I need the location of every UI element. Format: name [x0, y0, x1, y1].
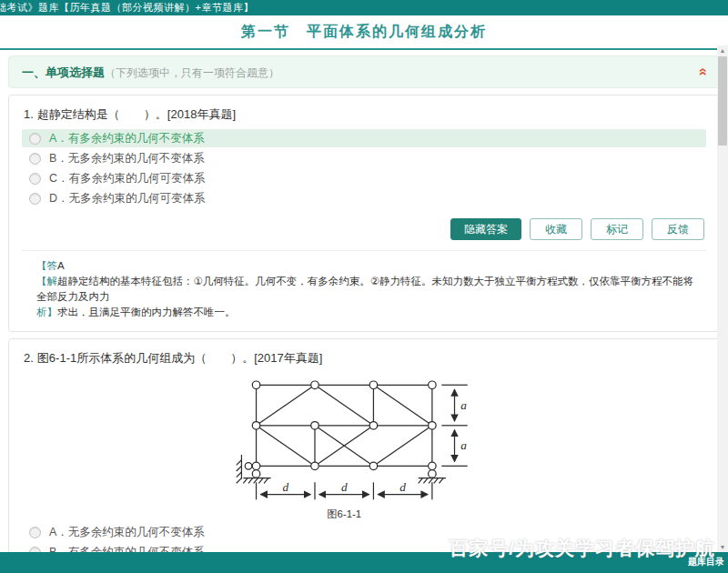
- q1-option-a[interactable]: A．有多余约束的几何不变体系: [22, 129, 706, 147]
- dim-label-d3: d: [399, 480, 406, 494]
- radio-icon[interactable]: [29, 133, 41, 145]
- hide-answer-button[interactable]: 隐藏答案: [450, 218, 521, 240]
- dim-label-a1: a: [460, 398, 467, 412]
- radio-icon[interactable]: [29, 153, 41, 165]
- question-text: 图6-1-1所示体系的几何组成为（ ）。[2017年真题]: [37, 351, 323, 365]
- radio-icon[interactable]: [29, 173, 41, 185]
- content-area: 一、单项选择题（下列选项中，只有一项符合题意） « 1.超静定结构是（ ）。[2…: [0, 50, 728, 573]
- window-title-bar: 础考试》题库【历年真题（部分视频讲解）+章节题库】: [0, 0, 728, 15]
- window-title: 础考试》题库【历年真题（部分视频讲解）+章节题库】: [0, 2, 254, 13]
- answer-block: 【答A 【解超静定结构的基本特征包括：①几何特征。几何不变，有多余约束。②静力特…: [22, 250, 706, 320]
- q1-option-b[interactable]: B．无多余约束的几何不变体系: [22, 149, 706, 167]
- feedback-button[interactable]: 反馈: [652, 218, 704, 240]
- page-title: 第一节 平面体系的几何组成分析: [0, 15, 728, 48]
- mark-button[interactable]: 标记: [591, 218, 643, 240]
- vertical-scrollbar[interactable]: ▲ ▼: [717, 45, 728, 552]
- dim-label-d2: d: [341, 480, 348, 494]
- q1-option-d[interactable]: D．无多余约束的几何可变体系: [22, 189, 706, 207]
- watermark-caption: 题库目录: [688, 556, 724, 568]
- answer-line: 【答A: [36, 258, 703, 274]
- option-label: B．无多余约束的几何不变体系: [49, 151, 205, 166]
- truss-figure: a a d d d 图6-1-1: [228, 373, 500, 521]
- scrollbar-thumb[interactable]: [718, 56, 727, 146]
- option-label: C．有多余约束的几何可变体系: [49, 171, 206, 186]
- question-1-stem: 1.超静定结构是（ ）。[2018年真题]: [24, 106, 706, 123]
- watermark-text: 百家号/为攻关学习者保驾护航: [449, 536, 715, 561]
- option-label: A．有多余约束的几何不变体系: [49, 131, 205, 146]
- answer-label: 【答: [36, 260, 57, 271]
- question-card-1: 1.超静定结构是（ ）。[2018年真题] A．有多余约束的几何不变体系 B．无…: [8, 95, 720, 332]
- answer-value: A: [57, 260, 65, 271]
- option-label: A．无多余约束的几何不变体系: [49, 525, 205, 540]
- question-number: 2.: [24, 351, 34, 365]
- scroll-up-icon[interactable]: ▲: [717, 45, 728, 55]
- section-header: 一、单项选择题（下列选项中，只有一项符合题意） «: [8, 55, 720, 88]
- chevrons-up-icon: «: [697, 68, 712, 76]
- question-2-stem: 2.图6-1-1所示体系的几何组成为（ ）。[2017年真题]: [24, 350, 706, 367]
- figure-caption: 图6-1-1: [327, 508, 361, 519]
- question-actions: 隐藏答案 收藏 标记 反馈: [24, 218, 704, 240]
- question-number: 1.: [24, 107, 34, 121]
- explain-label-open: 【解: [36, 276, 57, 286]
- explain-text-1: 超静定结构的基本特征包括：①几何特征。几何不变，有多余约束。②静力特征。未知力数…: [36, 276, 693, 302]
- option-label: D．无多余约束的几何可变体系: [49, 191, 206, 206]
- scroll-down-icon[interactable]: ▼: [717, 542, 728, 552]
- collect-button[interactable]: 收藏: [530, 218, 582, 240]
- explain-text-2: 求出，且满足平衡的内力解答不唯一。: [57, 307, 236, 317]
- dim-label-a2: a: [460, 438, 467, 452]
- dim-label-d1: d: [282, 480, 288, 494]
- question-text: 超静定结构是（ ）。[2018年真题]: [37, 107, 236, 121]
- section-title: 一、单项选择题: [22, 65, 105, 79]
- q1-option-c[interactable]: C．有多余约束的几何可变体系: [22, 169, 706, 187]
- explanation: 【解超静定结构的基本特征包括：①几何特征。几何不变，有多余约束。②静力特征。未知…: [36, 274, 703, 320]
- explain-label-close: 析】: [36, 307, 57, 317]
- section-subtitle: （下列选项中，只有一项符合题意）: [105, 66, 279, 79]
- collapse-section-button[interactable]: «: [700, 56, 708, 87]
- radio-icon[interactable]: [29, 527, 41, 538]
- radio-icon[interactable]: [29, 193, 41, 205]
